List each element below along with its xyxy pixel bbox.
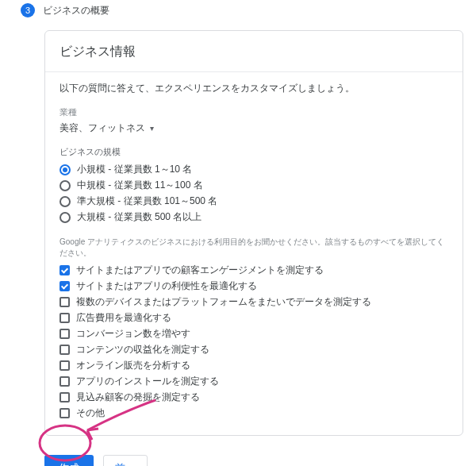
purpose-option-label: 複数のデバイスまたはプラットフォームをまたいでデータを測定する [76, 295, 371, 309]
purpose-option-label: 広告費用を最適化する [76, 311, 171, 325]
card-body: 以下の質問に答えて、エクスペリエンスをカスタマイズしましょう。 業種 美容、フィ… [45, 72, 463, 420]
create-button[interactable]: 作成 [44, 455, 94, 466]
button-row: 作成 前へ [44, 455, 476, 466]
chevron-down-icon: ▾ [150, 124, 154, 133]
checkbox-icon [60, 376, 70, 387]
size-option-label: 小規模 - 従業員数 1～10 名 [77, 163, 192, 176]
radio-icon [60, 180, 71, 191]
size-option-label: 中規模 - 従業員数 11～100 名 [77, 179, 203, 192]
purpose-option-label: コンテンツの収益化を測定する [76, 343, 209, 356]
step-number-badge: 3 [21, 3, 35, 17]
purpose-option-app-installs[interactable]: アプリのインストールを測定する [60, 375, 448, 388]
purpose-option-monetization[interactable]: コンテンツの収益化を測定する [60, 343, 448, 356]
purpose-option-label: 見込み顧客の発掘を測定する [76, 391, 200, 404]
radio-icon [60, 212, 71, 223]
business-size-label: ビジネスの規模 [60, 146, 448, 158]
back-button[interactable]: 前へ [103, 455, 148, 466]
checkbox-icon [60, 329, 70, 339]
industry-select[interactable]: 美容、フィットネス ▾ [60, 121, 154, 135]
size-option-small[interactable]: 小規模 - 従業員数 1～10 名 [60, 163, 448, 176]
checkbox-icon [60, 281, 70, 291]
size-option-large-medium[interactable]: 準大規模 - 従業員数 101～500 名 [60, 194, 448, 208]
size-option-medium[interactable]: 中規模 - 従業員数 11～100 名 [60, 179, 448, 192]
purpose-option-label: コンバージョン数を増やす [76, 327, 190, 341]
purpose-option-leads[interactable]: 見込み顧客の発掘を測定する [60, 391, 448, 404]
checkbox-icon [60, 265, 70, 275]
page: 3 ビジネスの概要 ビジネス情報 以下の質問に答えて、エクスペリエンスをカスタマ… [0, 3, 476, 466]
purpose-option-other[interactable]: その他 [60, 406, 448, 420]
purpose-option-label: オンライン販売を分析する [76, 359, 190, 372]
radio-icon [60, 196, 71, 207]
checkbox-icon [60, 313, 70, 323]
size-option-label: 準大規模 - 従業員数 101～500 名 [77, 194, 217, 208]
size-option-large[interactable]: 大規模 - 従業員数 500 名以上 [60, 210, 448, 224]
checkbox-icon [60, 360, 70, 371]
checkbox-icon [60, 408, 70, 418]
industry-label: 業種 [60, 106, 448, 118]
card-title: ビジネス情報 [45, 31, 463, 72]
industry-value: 美容、フィットネス [60, 121, 145, 135]
checkbox-icon [60, 297, 70, 307]
radio-icon [60, 164, 71, 175]
size-option-label: 大規模 - 従業員数 500 名以上 [77, 210, 202, 224]
purpose-option-engagement[interactable]: サイトまたはアプリでの顧客エンゲージメントを測定する [60, 264, 448, 277]
business-info-card: ビジネス情報 以下の質問に答えて、エクスペリエンスをカスタマイズしましょう。 業… [44, 30, 463, 436]
purpose-option-label: その他 [76, 406, 105, 420]
intro-text: 以下の質問に答えて、エクスペリエンスをカスタマイズしましょう。 [60, 82, 448, 95]
purpose-option-conversions[interactable]: コンバージョン数を増やす [60, 327, 448, 341]
checkbox-icon [60, 392, 70, 402]
step-header: 3 ビジネスの概要 [0, 3, 476, 17]
purpose-option-usability[interactable]: サイトまたはアプリの利便性を最適化する [60, 279, 448, 293]
purpose-option-label: アプリのインストールを測定する [76, 375, 219, 388]
checkbox-icon [60, 345, 70, 355]
step-title: ビジネスの概要 [43, 4, 109, 17]
purposes-label: Google アナリティクスのビジネスにおける利用目的をお聞かせください。該当す… [60, 237, 448, 259]
purpose-option-cross-device[interactable]: 複数のデバイスまたはプラットフォームをまたいでデータを測定する [60, 295, 448, 309]
purpose-option-label: サイトまたはアプリでの顧客エンゲージメントを測定する [76, 264, 324, 277]
purpose-option-online-sales[interactable]: オンライン販売を分析する [60, 359, 448, 372]
purpose-option-label: サイトまたはアプリの利便性を最適化する [76, 279, 257, 293]
purpose-option-ad-cost[interactable]: 広告費用を最適化する [60, 311, 448, 325]
